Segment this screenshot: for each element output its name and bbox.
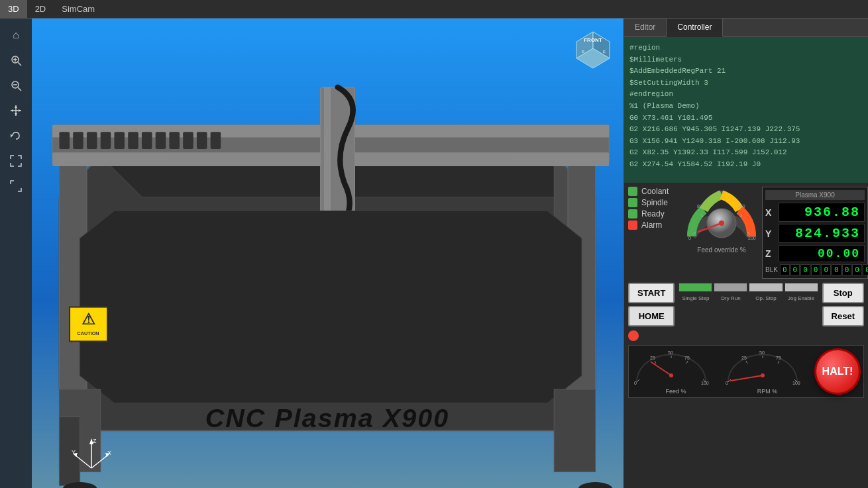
z-position-row: Z 00.00 — [765, 245, 865, 262]
machine-view: ⚠ CAUTION CNC Plasma X900 — [32, 19, 623, 488]
svg-text:80: 80 — [697, 204, 702, 209]
code-line: %1 (Plasma Demo) — [629, 101, 863, 113]
tab-editor[interactable]: Editor — [624, 19, 667, 36]
feed-gauge-bottom: 0 25 50 75 100 Feed % — [631, 349, 720, 395]
blk-digit: 0 — [811, 264, 821, 275]
svg-point-80 — [719, 220, 724, 226]
zoom-in-btn[interactable] — [5, 49, 27, 72]
mode-bar-1[interactable] — [678, 283, 712, 292]
svg-text:Z: Z — [93, 438, 97, 444]
code-line: #region — [629, 42, 863, 54]
code-line: G3 X156.941 Y1240.318 I-200.608 J112.93 — [629, 136, 863, 148]
menu-2d[interactable]: 2D — [27, 0, 54, 18]
svg-marker-11 — [11, 109, 13, 112]
reset-button[interactable]: Reset — [822, 306, 864, 326]
home-tool-btn[interactable]: ⌂ — [5, 24, 27, 46]
shrink-btn[interactable] — [5, 175, 27, 197]
x-axis-value: 936.88 — [779, 203, 865, 222]
blk-digit: 0 — [832, 264, 841, 275]
svg-rect-60 — [183, 132, 193, 149]
svg-point-97 — [669, 373, 673, 377]
halt-button[interactable]: HALT! — [814, 348, 861, 395]
mode-section: Single StepDry RunOp. StopJog Enable — [678, 283, 818, 301]
blk-digit: 0 — [800, 264, 810, 275]
blk-digit: 0 — [821, 264, 831, 275]
svg-text:S: S — [582, 50, 584, 54]
code-editor[interactable]: #region$Millimeters$AddEmbeddedRegPart 2… — [624, 37, 868, 183]
svg-text:120: 120 — [717, 190, 725, 195]
svg-rect-53 — [87, 132, 97, 149]
spindle-led — [628, 198, 637, 207]
mode-bars — [678, 283, 818, 292]
blk-digit: 0 — [852, 264, 862, 275]
mode-bar-3[interactable] — [749, 283, 783, 292]
svg-marker-12 — [19, 109, 21, 112]
blk-label: BLK — [765, 266, 778, 273]
zoom-out-btn[interactable] — [5, 74, 27, 97]
right-panel: Editor Controller #region$Millimeters$Ad… — [623, 19, 868, 488]
svg-text:100: 100 — [792, 381, 800, 385]
svg-rect-61 — [197, 132, 207, 149]
svg-text:200: 200 — [748, 236, 756, 240]
svg-marker-9 — [15, 105, 17, 108]
svg-rect-52 — [73, 132, 83, 149]
svg-rect-58 — [156, 132, 166, 149]
mode-labels: Single StepDry RunOp. StopJog Enable — [678, 295, 818, 301]
alarm-led — [628, 220, 637, 230]
svg-text:75: 75 — [684, 356, 690, 360]
code-line: G0 X73.461 Y101.495 — [629, 113, 863, 124]
spindle-status: Spindle — [628, 198, 681, 207]
menu-3d[interactable]: 3D — [0, 0, 27, 18]
start-button[interactable]: START — [628, 283, 675, 303]
spindle-label: Spindle — [641, 198, 668, 207]
nav-cube[interactable]: FRONT S E — [570, 25, 616, 72]
svg-text:CNC Plasma X900: CNC Plasma X900 — [205, 403, 449, 432]
stop-button[interactable]: Stop — [822, 283, 864, 303]
code-line: G2 X216.686 Y945.305 I1247.139 J222.375 — [629, 124, 863, 136]
svg-line-92 — [655, 361, 656, 364]
svg-point-46 — [578, 482, 613, 488]
pan-btn[interactable] — [5, 99, 27, 122]
blk-digit: 0 — [790, 264, 800, 275]
menu-bar: 3D 2D SimCam — [0, 0, 868, 19]
svg-marker-41 — [80, 211, 582, 403]
home-button[interactable]: HOME — [628, 306, 675, 326]
top-controller-row: Coolant Spindle Ready Alarm — [628, 187, 864, 279]
left-toolbar: ⌂ — [0, 19, 32, 488]
position-title: Plasma X900 — [765, 190, 865, 200]
coolant-led — [628, 187, 637, 196]
svg-text:⚠: ⚠ — [81, 311, 95, 328]
svg-rect-54 — [101, 132, 111, 149]
blk-digit: 0 — [842, 264, 852, 275]
svg-text:160: 160 — [737, 204, 745, 209]
expand-btn[interactable] — [5, 150, 27, 172]
svg-text:100: 100 — [701, 381, 709, 385]
ready-label: Ready — [641, 209, 665, 219]
blk-values: 0000000000 — [780, 264, 868, 275]
undo-btn[interactable] — [5, 124, 27, 147]
menu-simcam[interactable]: SimCam — [54, 0, 103, 18]
svg-text:50: 50 — [759, 350, 765, 355]
code-line: $Millimeters — [629, 54, 863, 66]
svg-rect-62 — [211, 132, 221, 149]
svg-text:50: 50 — [668, 350, 673, 355]
svg-rect-51 — [59, 132, 70, 149]
mode-label: Dry Run — [714, 295, 747, 301]
svg-text:FRONT: FRONT — [584, 37, 602, 43]
y-axis-label: Y — [765, 228, 776, 239]
svg-rect-59 — [169, 132, 180, 149]
position-display: Plasma X900 X 936.88 Y 824.933 Z 00.00 — [762, 187, 868, 279]
z-axis-value: 00.00 — [779, 245, 865, 262]
mode-bar-4[interactable] — [785, 283, 818, 292]
svg-line-104 — [746, 361, 747, 364]
viewport[interactable]: ⌂ — [0, 19, 623, 488]
svg-rect-56 — [128, 132, 138, 149]
svg-line-72 — [91, 455, 108, 468]
middle-controls-row: START HOME Single StepDry RunOp. — [628, 283, 864, 341]
mode-bar-2[interactable] — [714, 283, 747, 292]
svg-text:25: 25 — [741, 356, 747, 360]
tab-controller[interactable]: Controller — [667, 19, 723, 37]
mode-label: Jog Enable — [785, 295, 818, 301]
gauge-label: Feed override % — [697, 246, 745, 254]
ready-led — [628, 209, 637, 219]
